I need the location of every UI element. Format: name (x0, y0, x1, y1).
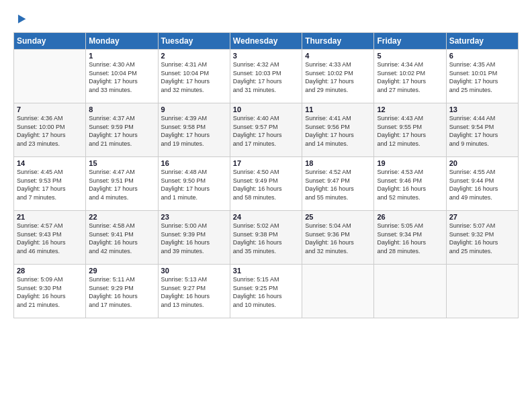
day-info: Sunrise: 5:15 AM Sunset: 9:25 PM Dayligh… (233, 275, 299, 309)
day-info: Sunrise: 4:32 AM Sunset: 10:03 PM Daylig… (233, 60, 299, 94)
day-cell: 9Sunrise: 4:39 AM Sunset: 9:58 PM Daylig… (158, 103, 230, 157)
day-number: 20 (449, 159, 515, 167)
day-cell: 11Sunrise: 4:41 AM Sunset: 9:56 PM Dayli… (302, 103, 374, 157)
day-cell: 1Sunrise: 4:30 AM Sunset: 10:04 PM Dayli… (86, 50, 158, 103)
day-info: Sunrise: 4:33 AM Sunset: 10:02 PM Daylig… (305, 60, 371, 94)
day-info: Sunrise: 4:50 AM Sunset: 9:49 PM Dayligh… (233, 168, 299, 201)
col-header-friday: Friday (374, 33, 446, 50)
day-info: Sunrise: 4:34 AM Sunset: 10:02 PM Daylig… (377, 60, 443, 94)
day-number: 26 (377, 213, 443, 221)
logo-icon (15, 12, 27, 27)
col-header-sunday: Sunday (14, 33, 86, 50)
day-cell: 14Sunrise: 4:45 AM Sunset: 9:53 PM Dayli… (14, 157, 86, 211)
page: SundayMondayTuesdayWednesdayThursdayFrid… (0, 0, 532, 411)
day-info: Sunrise: 4:47 AM Sunset: 9:51 PM Dayligh… (89, 168, 154, 201)
calendar-body: 1Sunrise: 4:30 AM Sunset: 10:04 PM Dayli… (14, 50, 519, 318)
day-number: 21 (17, 213, 83, 221)
day-cell: 16Sunrise: 4:48 AM Sunset: 9:50 PM Dayli… (158, 157, 230, 211)
day-number: 29 (89, 267, 154, 275)
col-header-saturday: Saturday (446, 33, 518, 50)
day-cell: 4Sunrise: 4:33 AM Sunset: 10:02 PM Dayli… (302, 50, 374, 103)
day-number: 12 (377, 105, 443, 113)
day-info: Sunrise: 4:39 AM Sunset: 9:58 PM Dayligh… (161, 114, 227, 148)
day-number: 28 (17, 267, 83, 275)
day-cell: 17Sunrise: 4:50 AM Sunset: 9:49 PM Dayli… (230, 157, 302, 211)
day-number: 25 (305, 213, 371, 221)
day-info: Sunrise: 5:13 AM Sunset: 9:27 PM Dayligh… (161, 275, 227, 309)
day-number: 17 (233, 159, 299, 167)
week-row-2: 7Sunrise: 4:36 AM Sunset: 10:00 PM Dayli… (14, 103, 519, 157)
day-number: 31 (233, 267, 299, 275)
day-cell: 21Sunrise: 4:57 AM Sunset: 9:43 PM Dayli… (14, 211, 86, 265)
day-number: 4 (305, 52, 371, 60)
day-info: Sunrise: 5:09 AM Sunset: 9:30 PM Dayligh… (17, 275, 83, 309)
day-info: Sunrise: 4:45 AM Sunset: 9:53 PM Dayligh… (17, 168, 83, 201)
day-info: Sunrise: 4:48 AM Sunset: 9:50 PM Dayligh… (161, 168, 227, 201)
day-number: 30 (161, 267, 227, 275)
day-cell: 3Sunrise: 4:32 AM Sunset: 10:03 PM Dayli… (230, 50, 302, 103)
week-row-4: 21Sunrise: 4:57 AM Sunset: 9:43 PM Dayli… (14, 211, 519, 265)
day-info: Sunrise: 4:35 AM Sunset: 10:01 PM Daylig… (449, 60, 515, 94)
day-cell: 15Sunrise: 4:47 AM Sunset: 9:51 PM Dayli… (86, 157, 158, 211)
day-number: 16 (161, 159, 227, 167)
header-row: SundayMondayTuesdayWednesdayThursdayFrid… (14, 33, 519, 50)
week-row-1: 1Sunrise: 4:30 AM Sunset: 10:04 PM Dayli… (14, 50, 519, 103)
day-number: 24 (233, 213, 299, 221)
col-header-tuesday: Tuesday (158, 33, 230, 50)
day-info: Sunrise: 5:02 AM Sunset: 9:38 PM Dayligh… (233, 222, 299, 255)
day-cell: 18Sunrise: 4:52 AM Sunset: 9:47 PM Dayli… (302, 157, 374, 211)
week-row-3: 14Sunrise: 4:45 AM Sunset: 9:53 PM Dayli… (14, 157, 519, 211)
day-cell: 25Sunrise: 5:04 AM Sunset: 9:36 PM Dayli… (302, 211, 374, 265)
day-number: 22 (89, 213, 154, 221)
day-cell: 31Sunrise: 5:15 AM Sunset: 9:25 PM Dayli… (230, 265, 302, 318)
day-cell (14, 50, 86, 103)
day-cell: 20Sunrise: 4:55 AM Sunset: 9:44 PM Dayli… (446, 157, 518, 211)
day-number: 23 (161, 213, 227, 221)
day-number: 3 (233, 52, 299, 60)
day-cell: 27Sunrise: 5:07 AM Sunset: 9:32 PM Dayli… (446, 211, 518, 265)
day-info: Sunrise: 4:55 AM Sunset: 9:44 PM Dayligh… (449, 168, 515, 201)
col-header-wednesday: Wednesday (230, 33, 302, 50)
day-cell: 2Sunrise: 4:31 AM Sunset: 10:04 PM Dayli… (158, 50, 230, 103)
day-info: Sunrise: 4:58 AM Sunset: 9:41 PM Dayligh… (89, 222, 154, 255)
day-cell: 29Sunrise: 5:11 AM Sunset: 9:29 PM Dayli… (86, 265, 158, 318)
day-info: Sunrise: 4:52 AM Sunset: 9:47 PM Dayligh… (305, 168, 371, 201)
day-number: 27 (449, 213, 515, 221)
day-cell: 19Sunrise: 4:53 AM Sunset: 9:46 PM Dayli… (374, 157, 446, 211)
day-info: Sunrise: 5:04 AM Sunset: 9:36 PM Dayligh… (305, 222, 371, 255)
day-cell: 30Sunrise: 5:13 AM Sunset: 9:27 PM Dayli… (158, 265, 230, 318)
day-info: Sunrise: 4:31 AM Sunset: 10:04 PM Daylig… (161, 60, 227, 94)
day-number: 1 (89, 52, 154, 60)
day-info: Sunrise: 5:05 AM Sunset: 9:34 PM Dayligh… (377, 222, 443, 255)
day-number: 8 (89, 105, 154, 113)
day-number: 11 (305, 105, 371, 113)
day-info: Sunrise: 4:43 AM Sunset: 9:55 PM Dayligh… (377, 114, 443, 148)
header (13, 12, 519, 27)
calendar-header: SundayMondayTuesdayWednesdayThursdayFrid… (14, 33, 519, 50)
day-number: 2 (161, 52, 227, 60)
day-info: Sunrise: 4:40 AM Sunset: 9:57 PM Dayligh… (233, 114, 299, 148)
day-cell: 5Sunrise: 4:34 AM Sunset: 10:02 PM Dayli… (374, 50, 446, 103)
day-number: 5 (377, 52, 443, 60)
day-number: 6 (449, 52, 515, 60)
day-cell (302, 265, 374, 318)
day-cell: 7Sunrise: 4:36 AM Sunset: 10:00 PM Dayli… (14, 103, 86, 157)
day-info: Sunrise: 4:41 AM Sunset: 9:56 PM Dayligh… (305, 114, 371, 148)
day-cell: 8Sunrise: 4:37 AM Sunset: 9:59 PM Daylig… (86, 103, 158, 157)
col-header-thursday: Thursday (302, 33, 374, 50)
day-cell: 23Sunrise: 5:00 AM Sunset: 9:39 PM Dayli… (158, 211, 230, 265)
day-cell: 6Sunrise: 4:35 AM Sunset: 10:01 PM Dayli… (446, 50, 518, 103)
day-cell (446, 265, 518, 318)
day-cell: 22Sunrise: 4:58 AM Sunset: 9:41 PM Dayli… (86, 211, 158, 265)
calendar: SundayMondayTuesdayWednesdayThursdayFrid… (13, 32, 519, 318)
day-number: 9 (161, 105, 227, 113)
day-info: Sunrise: 4:36 AM Sunset: 10:00 PM Daylig… (17, 114, 83, 148)
day-number: 15 (89, 159, 154, 167)
day-info: Sunrise: 4:44 AM Sunset: 9:54 PM Dayligh… (449, 114, 515, 148)
day-info: Sunrise: 4:30 AM Sunset: 10:04 PM Daylig… (89, 60, 154, 94)
day-cell: 26Sunrise: 5:05 AM Sunset: 9:34 PM Dayli… (374, 211, 446, 265)
day-cell: 12Sunrise: 4:43 AM Sunset: 9:55 PM Dayli… (374, 103, 446, 157)
day-info: Sunrise: 5:00 AM Sunset: 9:39 PM Dayligh… (161, 222, 227, 255)
day-cell: 24Sunrise: 5:02 AM Sunset: 9:38 PM Dayli… (230, 211, 302, 265)
day-number: 10 (233, 105, 299, 113)
